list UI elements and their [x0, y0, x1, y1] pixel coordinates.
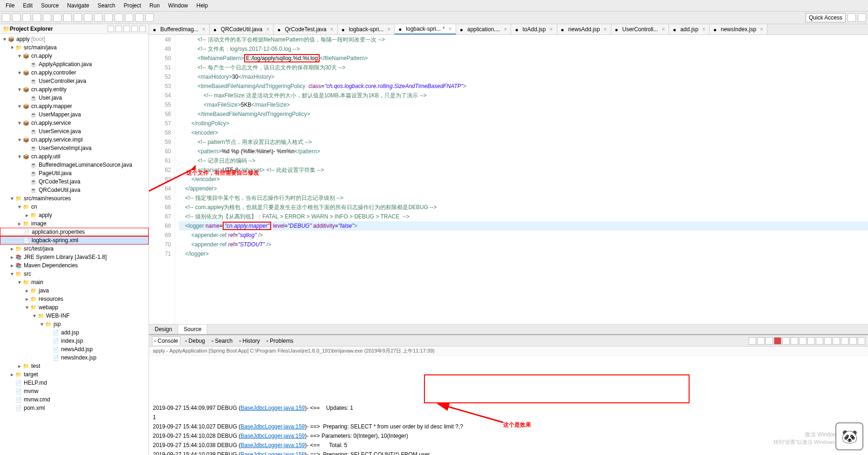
- tree-item[interactable]: 📄mvnw.cmd: [0, 395, 149, 404]
- clear-console-button[interactable]: [799, 337, 806, 345]
- editor-tab[interactable]: ●BufferedImag...×: [149, 24, 210, 34]
- source-tab[interactable]: Source: [178, 325, 207, 334]
- tree-item[interactable]: ▾📦cn.apply.util: [0, 152, 149, 161]
- menu-help[interactable]: Help: [193, 1, 212, 10]
- tree-item[interactable]: ▾📦cn.apply.mapper: [0, 102, 149, 110]
- console-tab-history[interactable]: ▫History: [237, 337, 262, 345]
- console-toolbar-button[interactable]: [749, 337, 756, 345]
- tree-item[interactable]: ▾📦cn.apply.service: [0, 119, 149, 127]
- console-tab-problems[interactable]: ▫Problems: [265, 337, 295, 345]
- tree-item-project-root[interactable]: ▾📦 apply [boot]: [0, 35, 149, 43]
- tree-item[interactable]: ☕UserController.java: [0, 77, 149, 85]
- tree-item[interactable]: 📄newsIndex.jsp: [0, 353, 149, 362]
- toolbar-button[interactable]: [2, 14, 10, 22]
- tree-item[interactable]: ▸📁resources: [0, 295, 149, 303]
- editor-tab[interactable]: ●newsAdd.jsp×: [557, 24, 611, 34]
- tree-item[interactable]: ▾📦cn.apply.service.impl: [0, 136, 149, 144]
- tree-item[interactable]: ☕User.java: [0, 94, 149, 102]
- code-content[interactable]: <!-- 活动文件的名字会根据fileNamePattern的值，每隔一段时间改…: [175, 35, 868, 324]
- menu-run[interactable]: Run: [146, 1, 164, 10]
- code-editor[interactable]: 4849505152535455565758596061626364656667…: [149, 35, 868, 324]
- toolbar-button[interactable]: [135, 14, 144, 22]
- close-tab-icon[interactable]: ×: [504, 26, 507, 33]
- minimize-button[interactable]: [849, 337, 857, 345]
- tree-item[interactable]: ▾📁cn: [0, 203, 149, 211]
- code-line[interactable]: <!-- 指定项目中某个包，当有日志操作行为时的日志记录级别 -->: [179, 193, 868, 203]
- toolbar-button[interactable]: [22, 14, 31, 22]
- tree-item[interactable]: ▸📁src/test/java: [0, 244, 149, 253]
- tree-item[interactable]: 📄pom.xml: [0, 404, 149, 412]
- close-tab-icon[interactable]: ×: [662, 26, 665, 33]
- editor-tab[interactable]: ●QrCodeTest.java×: [273, 24, 337, 34]
- terminate-button[interactable]: [774, 337, 781, 345]
- menu-search[interactable]: Search: [94, 1, 119, 10]
- menu-navigate[interactable]: Navigate: [63, 1, 93, 10]
- editor-tab[interactable]: ●logback-spri...×: [338, 24, 395, 34]
- editor-tab[interactable]: ●logback-spri...*×: [395, 24, 456, 34]
- code-line[interactable]: <!-- 活动文件的名字会根据fileNamePattern的值，每隔一段时间改…: [179, 35, 868, 44]
- code-line[interactable]: </encoder>: [179, 175, 868, 184]
- tree-item[interactable]: ▾📦cn.apply.entity: [0, 85, 149, 94]
- console-tab-search[interactable]: ▫Search: [210, 337, 234, 345]
- code-line[interactable]: <!-- maxFileSize:这是活动文件的大小，默认值是10MB,本篇设置…: [179, 91, 868, 100]
- code-line[interactable]: <!-- 记录日志的编码 -->: [179, 156, 868, 165]
- console-toolbar-button[interactable]: [807, 337, 815, 345]
- toolbar-button[interactable]: [84, 14, 92, 22]
- tree-item[interactable]: ☕QRCodeUtil.java: [0, 186, 149, 194]
- close-tab-icon[interactable]: ×: [266, 26, 269, 33]
- tree-item[interactable]: 📄index.jsp: [0, 337, 149, 345]
- toolbar-button[interactable]: [115, 14, 123, 22]
- tree-item[interactable]: ▾📁jsp: [0, 320, 149, 328]
- console-toolbar-button[interactable]: [765, 337, 773, 345]
- code-line[interactable]: <maxFileSize>5KB</maxFileSize>: [179, 100, 868, 109]
- console-output[interactable]: 这个是效果 2019-09-27 15:44:09,997 DEBUG (Bas…: [149, 356, 868, 455]
- code-line[interactable]: <maxHistory>30</maxHistory>: [179, 72, 868, 81]
- minimize-button[interactable]: [131, 26, 138, 32]
- console-tab-debug[interactable]: ▫Debug: [183, 337, 207, 345]
- view-menu-button[interactable]: [123, 26, 130, 32]
- design-tab[interactable]: Design: [149, 325, 178, 334]
- editor-tab[interactable]: ●toAdd.jsp×: [511, 24, 557, 34]
- tree-item[interactable]: ▸📚JRE System Library [JavaSE-1.8]: [0, 253, 149, 261]
- tree-item[interactable]: ☕ApplyApplication.java: [0, 60, 149, 68]
- maximize-button[interactable]: [858, 337, 865, 345]
- tree-item[interactable]: 📄add.jsp: [0, 328, 149, 337]
- toolbar-button[interactable]: [33, 14, 41, 22]
- tree-item[interactable]: 📄newsAdd.jsp: [0, 345, 149, 353]
- close-tab-icon[interactable]: ×: [760, 26, 763, 33]
- code-line[interactable]: <appender-ref ref="sqllog" />: [179, 231, 868, 240]
- maximize-button[interactable]: [139, 26, 146, 32]
- tree-item[interactable]: ☕PageUtil.java: [0, 169, 149, 177]
- menu-project[interactable]: Project: [120, 1, 144, 10]
- console-toolbar-button[interactable]: [782, 337, 790, 345]
- code-line[interactable]: <!-- 文件名：log/sys.2017-12-05.0.log -->: [179, 44, 868, 54]
- tree-item[interactable]: ▾📦cn.apply.controller: [0, 68, 149, 77]
- tree-item[interactable]: ▾📁WEB-INF: [0, 312, 149, 320]
- tree-item[interactable]: ▾📁src/main/resources: [0, 194, 149, 203]
- close-tab-icon[interactable]: ×: [449, 26, 452, 32]
- code-line[interactable]: <charset>UTF-8</charset> <!-- 此处设置字符集 --…: [179, 165, 868, 175]
- perspective-button[interactable]: [847, 14, 856, 22]
- close-tab-icon[interactable]: ×: [387, 26, 390, 33]
- code-line[interactable]: <!-- 每产生一个日志文件，该日志文件的保存期限为30天 -->: [179, 63, 868, 72]
- tree-item[interactable]: 📄application.properties: [0, 228, 149, 236]
- code-line[interactable]: <pattern>%d %p (%file:%line\)- %m%n</pat…: [179, 147, 868, 156]
- toolbar-button[interactable]: [12, 14, 21, 22]
- editor-tab[interactable]: ●newsIndex.jsp×: [710, 24, 767, 34]
- code-line[interactable]: </appender>: [179, 184, 868, 193]
- tree-item[interactable]: ▾📁main: [0, 278, 149, 286]
- console-toolbar-button[interactable]: [841, 337, 848, 345]
- toolbar-button[interactable]: [43, 14, 51, 22]
- console-toolbar-button[interactable]: [816, 337, 823, 345]
- console-tab-console[interactable]: ▫Console: [152, 336, 180, 345]
- tree-item[interactable]: 📄mvnw: [0, 387, 149, 395]
- close-tab-icon[interactable]: ×: [702, 26, 705, 33]
- code-line[interactable]: <!-- pattern节点，用来设置日志的输入格式 -->: [179, 137, 868, 147]
- toolbar-button[interactable]: [145, 14, 154, 22]
- console-toolbar-button[interactable]: [791, 337, 798, 345]
- code-line[interactable]: </timeBasedFileNamingAndTriggeringPolicy…: [179, 109, 868, 119]
- link-editor-button[interactable]: [116, 26, 122, 32]
- tree-item[interactable]: ☕UserMapper.java: [0, 110, 149, 119]
- quick-access-field[interactable]: Quick Access: [806, 13, 846, 22]
- editor-tab[interactable]: ●QRCodeUtil.java×: [210, 24, 273, 34]
